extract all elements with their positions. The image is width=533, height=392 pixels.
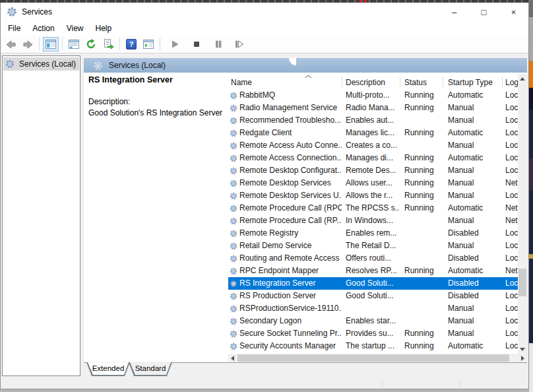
title-bar[interactable]: Services – □ × [1,3,528,21]
service-gear-icon [230,305,237,313]
minimize-button[interactable]: – [439,3,469,21]
menu-file[interactable]: File [2,22,26,35]
service-row[interactable]: Secondary Logon Enables star... Manual L… [228,315,519,327]
service-status: Running [400,152,443,164]
window-title: Services [22,7,52,16]
column-header-status[interactable]: Status [404,78,427,87]
column-divider[interactable] [400,77,400,87]
service-gear-icon [230,292,237,300]
forward-arrow-icon [22,40,34,49]
service-row[interactable]: Radio Management Service Radio Mana... R… [228,102,519,114]
sidebar-item-services-local[interactable]: Services (Local) [3,57,79,71]
horizontal-scrollbar-thumb[interactable] [237,354,509,362]
service-log-on-as: Loca [502,127,519,139]
column-header-startup-type[interactable]: Startup Type [448,78,493,87]
service-startup-type: Manual [443,302,502,315]
refresh-button[interactable] [83,37,99,51]
restart-service-button[interactable] [231,37,247,51]
service-row[interactable]: RabbitMQ Multi-proto... Running Automati… [228,89,519,102]
toolbar-separator [160,38,160,51]
service-log-on-as: Loca [502,152,519,164]
service-status: Running [400,202,443,214]
vertical-scrollbar[interactable] [518,74,527,354]
service-row[interactable]: Remote Access Connection... Manages di..… [228,152,519,164]
service-name: Remote Desktop Services U... [239,189,342,202]
extended-view-button[interactable] [141,37,156,51]
service-startup-type: Manual [443,164,502,177]
service-row[interactable]: Remote Access Auto Conne... Creates a co… [228,139,519,152]
view-tabs: Extended Standard [84,362,527,377]
service-startup-type: Manual [443,327,502,340]
forward-button[interactable] [20,37,36,51]
menu-action[interactable]: Action [26,22,60,35]
column-divider[interactable] [443,77,443,87]
pause-service-button[interactable] [210,37,226,51]
help-icon: ? [126,39,137,49]
stop-service-button[interactable] [189,37,204,51]
service-description: Provides su... [342,327,400,340]
column-header-description[interactable]: Description [346,78,385,87]
properties-button[interactable] [66,37,82,51]
service-status: Running [400,340,443,352]
service-status [400,315,443,327]
start-service-button[interactable] [167,37,183,51]
service-startup-type: Automatic [443,265,502,277]
service-gear-icon [230,230,237,238]
service-row[interactable]: Remote Procedure Call (RPC) The RPCSS s.… [228,202,519,214]
column-divider[interactable] [502,77,503,87]
service-description: Allows user... [342,177,400,189]
menu-view[interactable]: View [61,22,90,35]
tab-standard[interactable]: Standard [129,362,172,376]
service-row[interactable]: Remote Registry Enables rem... Disabled … [228,227,519,240]
service-row[interactable]: Security Accounts Manager The startup ..… [228,340,519,352]
help-button[interactable]: ? [123,37,139,51]
service-log-on-as: Loca [502,227,519,240]
scroll-down-button[interactable] [518,344,527,354]
column-divider[interactable] [342,77,342,87]
services-gear-icon [7,7,17,17]
service-row[interactable]: Remote Desktop Services Allows user... R… [228,177,519,189]
close-button[interactable]: × [499,3,528,21]
menu-help[interactable]: Help [90,22,118,35]
service-row[interactable]: Remote Procedure Call (RP... In Windows.… [228,214,519,227]
vertical-scrollbar-thumb[interactable] [518,269,526,296]
scroll-left-button[interactable] [228,354,237,362]
toolbar-separator [62,38,63,51]
service-row[interactable]: Retail Demo Service The Retail D... Manu… [228,240,519,252]
service-description: Enables rem... [342,227,400,240]
service-row[interactable]: Redgate Client Manages lic... Running Au… [228,127,519,139]
service-row[interactable]: RS Integration Server Good Soluti... Dis… [228,277,519,290]
service-row[interactable]: Routing and Remote Access Offers routi..… [228,252,519,265]
scroll-up-button[interactable] [518,74,527,83]
service-row[interactable]: RS Production Server Good Soluti... Disa… [228,290,519,302]
show-console-tree-button[interactable] [43,37,59,51]
service-row[interactable]: Remote Desktop Configurat... Remote Des.… [228,164,519,177]
column-header-name[interactable]: Name [231,78,252,87]
service-gear-icon [230,343,237,350]
service-row[interactable]: Secure Socket Tunneling Pr... Provides s… [228,327,519,340]
export-list-button[interactable] [100,37,116,51]
refresh-icon [86,39,96,49]
service-row[interactable]: Recommended Troublesho... Enables aut...… [228,114,519,127]
back-button[interactable] [3,37,18,51]
horizontal-scrollbar[interactable] [228,354,527,362]
service-row[interactable]: RPC Endpoint Mapper Resolves RP... Runni… [228,265,519,277]
tab-extended[interactable]: Extended [86,362,130,376]
service-row[interactable]: Remote Desktop Services U... Allows the … [228,189,519,202]
sort-ascending-icon [305,75,312,79]
service-log-on-as: Loca [502,327,519,340]
service-description: Radio Mana... [342,102,400,114]
service-name: Redgate Client [239,127,292,139]
maximize-button[interactable]: □ [469,3,499,21]
status-bar [1,378,528,389]
service-log-on-as: Netw [502,177,519,189]
service-name: Retail Demo Service [239,240,311,252]
column-header-log-on-as[interactable]: Log [505,78,518,87]
scroll-right-button[interactable] [518,354,527,362]
service-status: Running [400,189,443,202]
service-row[interactable]: RSProductionService-19110... Manual Loca [228,302,519,315]
service-gear-icon [230,242,237,250]
service-description: The startup ... [342,340,400,352]
service-status: Running [400,327,443,340]
service-gear-icon [230,129,237,137]
